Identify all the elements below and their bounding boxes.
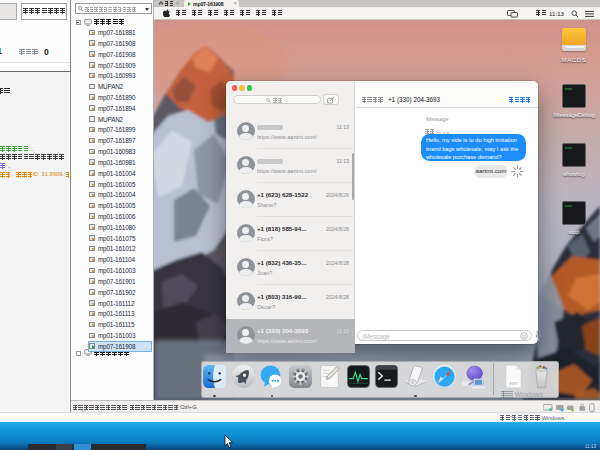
svg-text:EDIT: EDIT <box>510 382 518 386</box>
